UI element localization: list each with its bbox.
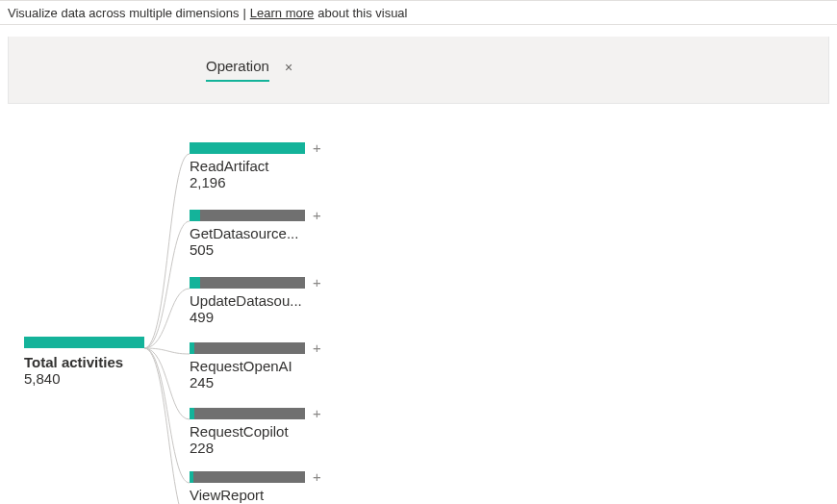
expand-icon[interactable]: + bbox=[313, 471, 321, 483]
banner-text-after: about this visual bbox=[317, 6, 407, 20]
leaf-value: 245 bbox=[190, 374, 324, 391]
dimension-label: Operation bbox=[206, 54, 269, 82]
root-bar bbox=[24, 337, 144, 348]
leaf-bar bbox=[190, 471, 305, 483]
root-label: Total activities bbox=[24, 354, 144, 370]
decomposition-tree: Total activities 5,840 + ReadArtifact 2,… bbox=[0, 104, 837, 504]
expand-icon[interactable]: + bbox=[313, 142, 321, 154]
leaf-bar-fill bbox=[190, 342, 194, 354]
leaf-label: UpdateDatasou... bbox=[190, 292, 315, 309]
leaf-bar-fill bbox=[190, 471, 193, 483]
leaf-value: 499 bbox=[190, 309, 324, 325]
leaf-bar bbox=[190, 142, 305, 154]
leaf-node[interactable]: + RequestCopilot 228 bbox=[190, 408, 324, 456]
leaf-value: 2,196 bbox=[190, 174, 324, 190]
leaf-value: 505 bbox=[190, 241, 324, 258]
leaf-label: RequestOpenAI bbox=[190, 358, 315, 374]
learn-more-link[interactable]: Learn more bbox=[250, 6, 314, 20]
leaf-label: GetDatasource... bbox=[190, 225, 315, 241]
leaf-label: RequestCopilot bbox=[190, 423, 315, 440]
close-icon[interactable]: × bbox=[285, 60, 292, 77]
leaf-node[interactable]: + GetDatasource... 505 bbox=[190, 210, 324, 258]
leaf-bar-fill bbox=[190, 408, 194, 419]
root-node[interactable]: Total activities 5,840 bbox=[24, 337, 144, 387]
banner-text: Visualize data across multiple dimension… bbox=[8, 6, 239, 20]
expand-icon[interactable]: + bbox=[313, 408, 321, 419]
root-value: 5,840 bbox=[24, 370, 144, 387]
leaf-node[interactable]: + UpdateDatasou... 499 bbox=[190, 277, 324, 325]
leaf-bar bbox=[190, 408, 305, 419]
expand-icon[interactable]: + bbox=[313, 342, 321, 354]
leaf-value: 228 bbox=[190, 440, 324, 456]
leaf-label: ReadArtifact bbox=[190, 158, 315, 174]
tree-connectors bbox=[0, 104, 837, 504]
dimension-header: Operation × bbox=[8, 37, 829, 104]
banner-separator: | bbox=[242, 6, 245, 20]
leaf-node[interactable]: + RequestOpenAI 245 bbox=[190, 342, 324, 391]
leaf-node[interactable]: + ReadArtifact 2,196 bbox=[190, 142, 324, 190]
dimension-chip[interactable]: Operation × bbox=[206, 54, 292, 82]
leaf-bar bbox=[190, 342, 305, 354]
leaf-label: ViewReport bbox=[190, 487, 315, 503]
leaf-node[interactable]: + ViewReport 195 bbox=[190, 471, 324, 504]
expand-icon[interactable]: + bbox=[313, 277, 321, 289]
info-banner: Visualize data across multiple dimension… bbox=[0, 0, 837, 25]
leaf-bar bbox=[190, 277, 305, 289]
leaf-bar-fill bbox=[190, 277, 200, 289]
expand-icon[interactable]: + bbox=[313, 210, 321, 221]
leaf-bar-fill bbox=[190, 210, 200, 221]
leaf-bar bbox=[190, 210, 305, 221]
leaf-bar-fill bbox=[190, 142, 305, 154]
